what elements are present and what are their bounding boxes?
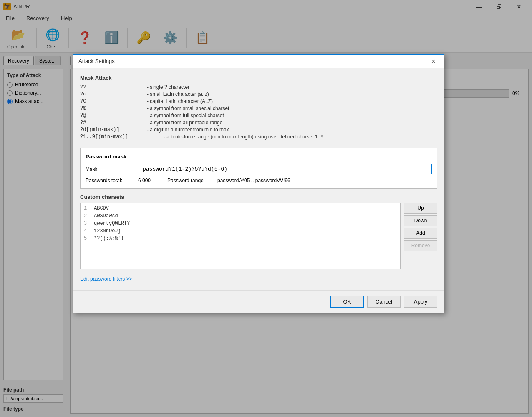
charset-item-5: 5 *?():%;№"!: [82, 235, 398, 242]
symbol-code-2: ?C: [80, 98, 147, 104]
charset-item-4: 4 123NnOoJj: [82, 227, 398, 235]
symbol-table: ?? - single ? character ?c - small Latin…: [80, 84, 437, 140]
dialog-footer: OK Cancel Apply: [73, 290, 444, 313]
symbol-desc-4: - a symbol from full special charset: [147, 113, 224, 118]
symbol-row-2: ?C - capital Latin character (A..Z): [80, 98, 437, 104]
symbol-row-3: ?$ - a symbol from small special charset: [80, 106, 437, 111]
charset-num-2: 2: [84, 213, 91, 219]
symbol-code-3: ?$: [80, 106, 147, 111]
symbol-row-0: ?? - single ? character: [80, 84, 437, 90]
charset-val-3: qwertyQWERTY: [94, 221, 130, 226]
charset-num-3: 3: [84, 221, 91, 226]
symbol-code-6: ?d[(min-max)]: [80, 127, 147, 133]
symbol-row-7: ?1..9[(min-max)] - a brute-force range (…: [80, 134, 437, 140]
charsets-buttons: Up Down Add Remove: [404, 203, 437, 269]
password-range-value: passwordA*05 .. passwordVV!96: [217, 178, 290, 183]
mask-attack-heading: Mask Attack: [80, 75, 437, 81]
symbol-desc-1: - small Latin character (a..z): [147, 91, 209, 97]
mask-input[interactable]: [139, 164, 432, 174]
mask-attack-section: Mask Attack ?? - single ? character ?c -…: [80, 75, 437, 143]
charset-up-button[interactable]: Up: [404, 203, 437, 214]
charset-item-1: 1 ABCDV: [82, 205, 398, 212]
charset-add-button[interactable]: Add: [404, 228, 437, 239]
symbol-desc-3: - a symbol from small special charset: [147, 106, 229, 111]
symbol-row-1: ?c - small Latin character (a..z): [80, 91, 437, 97]
charsets-heading: Custom charsets: [80, 194, 437, 200]
symbol-row-5: ?# - a symbol from all printable range: [80, 120, 437, 126]
passwords-total-value: 6 000: [138, 178, 151, 183]
passwords-total-label: Passwords total:: [86, 178, 136, 183]
symbol-desc-5: - a symbol from all printable range: [147, 120, 222, 126]
apply-button[interactable]: Apply: [404, 296, 437, 308]
password-mask-section: Password mask Mask: Passwords total: 6 0…: [80, 148, 437, 189]
charset-val-1: ABCDV: [94, 206, 109, 211]
dialog-overlay: Attack Settings ✕ Mask Attack ?? - singl…: [0, 0, 532, 417]
charset-val-4: 123NnOoJj: [94, 228, 121, 234]
symbol-code-5: ?#: [80, 120, 147, 126]
edit-filters-link[interactable]: Edit password filters >>: [80, 274, 437, 284]
mask-input-row: Mask:: [86, 164, 432, 174]
symbol-code-4: ?@: [80, 113, 147, 118]
charset-remove-button[interactable]: Remove: [404, 240, 437, 251]
symbol-desc-0: - single ? character: [147, 84, 189, 90]
dialog-body: Mask Attack ?? - single ? character ?c -…: [73, 68, 444, 290]
dialog-title-bar: Attack Settings ✕: [73, 55, 444, 68]
symbol-code-1: ?c: [80, 91, 147, 97]
charset-num-1: 1: [84, 206, 91, 211]
symbol-row-4: ?@ - a symbol from full special charset: [80, 113, 437, 118]
password-mask-heading: Password mask: [86, 153, 432, 160]
cancel-button[interactable]: Cancel: [367, 296, 401, 308]
charset-num-4: 4: [84, 228, 91, 234]
charset-item-2: 2 AWSDawsd: [82, 212, 398, 220]
symbol-desc-2: - capital Latin character (A..Z): [147, 98, 213, 104]
dialog-title: Attack Settings: [78, 58, 428, 64]
charsets-list: 1 ABCDV 2 AWSDawsd 3 qwertyQWERTY 4: [80, 203, 401, 269]
mask-field-label: Mask:: [86, 166, 136, 172]
charset-down-button[interactable]: Down: [404, 215, 437, 226]
dialog-close-button[interactable]: ✕: [428, 56, 439, 67]
symbol-desc-6: - a digit or a number from min to max: [147, 127, 229, 133]
passwords-total-col: Passwords total: 6 000: [86, 178, 151, 183]
symbol-row-6: ?d[(min-max)] - a digit or a number from…: [80, 127, 437, 133]
symbol-desc-7: - a brute-force range (min to max length…: [164, 134, 323, 140]
custom-charsets-section: Custom charsets 1 ABCDV 2 AWSDawsd 3: [80, 194, 437, 269]
password-range-label: Password range:: [167, 178, 217, 183]
charset-num-5: 5: [84, 236, 91, 241]
charset-item-3: 3 qwertyQWERTY: [82, 220, 398, 227]
symbol-code-0: ??: [80, 84, 147, 90]
symbol-code-7: ?1..9[(min-max)]: [80, 134, 164, 140]
passwords-info-row: Passwords total: 6 000 Password range: p…: [86, 178, 432, 183]
charsets-body: 1 ABCDV 2 AWSDawsd 3 qwertyQWERTY 4: [80, 203, 437, 269]
charset-val-5: *?():%;№"!: [94, 236, 124, 241]
attack-settings-dialog: Attack Settings ✕ Mask Attack ?? - singl…: [73, 54, 444, 313]
charset-val-2: AWSDawsd: [94, 213, 118, 219]
ok-button[interactable]: OK: [330, 296, 364, 308]
